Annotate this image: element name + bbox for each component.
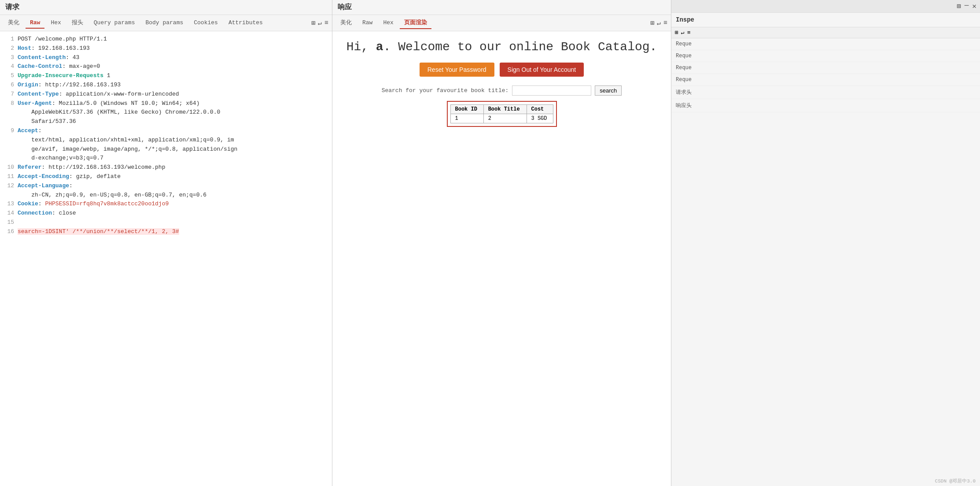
inspector-item-5[interactable]: 请求头 (671, 86, 980, 99)
mid-tab-icons: ⊞ ↵ ≡ (650, 19, 667, 27)
menu-icon-left[interactable]: ≡ (324, 19, 328, 27)
code-line-11: 11 Accept-Encoding: gzip, deflate (5, 172, 327, 182)
tab-meihua-left[interactable]: 美化 (4, 17, 24, 29)
code-line-14: 14 Connection: close (5, 209, 327, 218)
menu-icon-mid[interactable]: ≡ (663, 19, 667, 27)
cell-bookid: 1 (450, 114, 483, 123)
tab-cookies-left[interactable]: Cookies (189, 18, 222, 29)
cell-booktitle: 2 (483, 114, 527, 123)
minimize-icon-right[interactable]: ─ (965, 2, 969, 11)
tab-raw-left[interactable]: Raw (26, 18, 44, 29)
right-panel: ⊞ ─ ✕ Inspe ⊞ ↵ ≡ Reque Reque Reque Requ… (671, 0, 980, 486)
close-icon-right[interactable]: ✕ (972, 2, 976, 11)
code-line-6: 6 Origin: http://192.168.163.193 (5, 81, 327, 90)
cell-cost: 3 SGD (527, 114, 553, 123)
col-header-bookid: Book ID (450, 105, 483, 114)
code-line-10: 10 Referer: http://192.168.163.193/welco… (5, 163, 327, 172)
grid-icon-mid[interactable]: ⊞ (650, 19, 654, 27)
search-input[interactable] (512, 85, 591, 96)
middle-tab-bar: 美化 Raw Hex 页面渲染 ⊞ ↵ ≡ (332, 15, 671, 31)
result-table-container: Book ID Book Title Cost 1 2 3 SGD (447, 101, 557, 127)
footer-note: CSDN @邓居中3.0 (935, 478, 976, 484)
inspector-item-2[interactable]: Reque (671, 50, 980, 62)
code-line-15: 15 (5, 218, 327, 227)
tab-meihua-mid[interactable]: 美化 (336, 17, 356, 29)
table-row: 1 2 3 SGD (450, 114, 553, 123)
code-line-1: 1 POST /welcome.php HTTP/1.1 (5, 35, 327, 44)
col-header-booktitle: Book Title (483, 105, 527, 114)
code-line-8: 8 User-Agent: Mozilla/5.0 (Windows NT 10… (5, 99, 327, 126)
code-line-7: 7 Content-Type: application/x-www-form-u… (5, 90, 327, 99)
return-icon-right-tab[interactable]: ↵ (681, 29, 685, 36)
menu-icon-right-tab[interactable]: ≡ (687, 30, 691, 36)
return-icon-left[interactable]: ↵ (318, 19, 322, 27)
tab-pagerender-mid[interactable]: 页面渲染 (400, 17, 431, 29)
search-button[interactable]: search (595, 85, 622, 96)
left-panel: 请求 美化 Raw Hex 报头 Query params Body param… (0, 0, 332, 486)
signout-button[interactable]: Sign Out of Your Account (500, 63, 584, 77)
tab-bodyparams-left[interactable]: Body params (141, 18, 188, 29)
middle-header: 响应 (332, 0, 671, 15)
tab-attributes-left[interactable]: Attributes (224, 18, 267, 29)
grid-icon-right-tab[interactable]: ⊞ (675, 29, 678, 36)
search-label: Search for your favourite book title: (382, 87, 509, 94)
code-line-12: 12 Accept-Language: zh-CN, zh;q=0.9, en-… (5, 182, 327, 200)
code-line-5: 5 Upgrade-Insecure-Requests 1 (5, 71, 327, 81)
right-top-icons: ⊞ ─ ✕ (671, 0, 980, 13)
col-header-cost: Cost (527, 105, 553, 114)
tab-hex-mid[interactable]: Hex (379, 18, 398, 29)
return-icon-mid[interactable]: ↵ (657, 19, 661, 27)
left-content: 1 POST /welcome.php HTTP/1.1 2 Host: 192… (0, 31, 332, 486)
right-tab-bar: ⊞ ↵ ≡ (671, 27, 980, 38)
code-line-4: 4 Cache-Control: max-age=0 (5, 62, 327, 71)
inspector-title: Inspe (671, 13, 980, 27)
tab-headers-left[interactable]: 报头 (67, 17, 88, 29)
code-line-9: 9 Accept: text/html, application/xhtml+x… (5, 126, 327, 163)
middle-panel: 响应 美化 Raw Hex 页面渲染 ⊞ ↵ ≡ Hi, a. Welcome … (332, 0, 671, 486)
reset-password-button[interactable]: Reset Your Password (420, 63, 494, 77)
left-tab-icons: ⊞ ↵ ≡ (311, 19, 328, 27)
grid-icon-left[interactable]: ⊞ (311, 19, 315, 27)
username: a (376, 40, 383, 54)
tab-hex-left[interactable]: Hex (46, 18, 65, 29)
response-content: Hi, a. Welcome to our online Book Catalo… (332, 31, 671, 486)
inspector-item-3[interactable]: Reque (671, 62, 980, 74)
grid-icon-right[interactable]: ⊞ (957, 2, 961, 11)
code-line-2: 2 Host: 192.168.163.193 (5, 44, 327, 53)
action-buttons: Reset Your Password Sign Out of Your Acc… (420, 63, 584, 77)
left-tab-bar: 美化 Raw Hex 报头 Query params Body params C… (0, 15, 332, 31)
left-header: 请求 (0, 0, 332, 15)
welcome-title: Hi, a. Welcome to our online Book Catalo… (346, 40, 657, 54)
code-line-13: 13 Cookie: PHPSESSID=rfq8hq7v8mk8actcc20… (5, 200, 327, 209)
inspector-item-1[interactable]: Reque (671, 38, 980, 50)
tab-raw-mid[interactable]: Raw (358, 18, 377, 29)
search-row: Search for your favourite book title: se… (382, 85, 622, 96)
result-table: Book ID Book Title Cost 1 2 3 SGD (450, 104, 553, 123)
code-line-3: 3 Content-Length: 43 (5, 53, 327, 63)
tab-queryparams-left[interactable]: Query params (89, 18, 140, 29)
code-line-16: 16 search=-1DSINT' /**/union/**/select/*… (5, 227, 327, 237)
inspector-item-6[interactable]: 响应头 (671, 99, 980, 112)
inspector-item-4[interactable]: Reque (671, 74, 980, 86)
